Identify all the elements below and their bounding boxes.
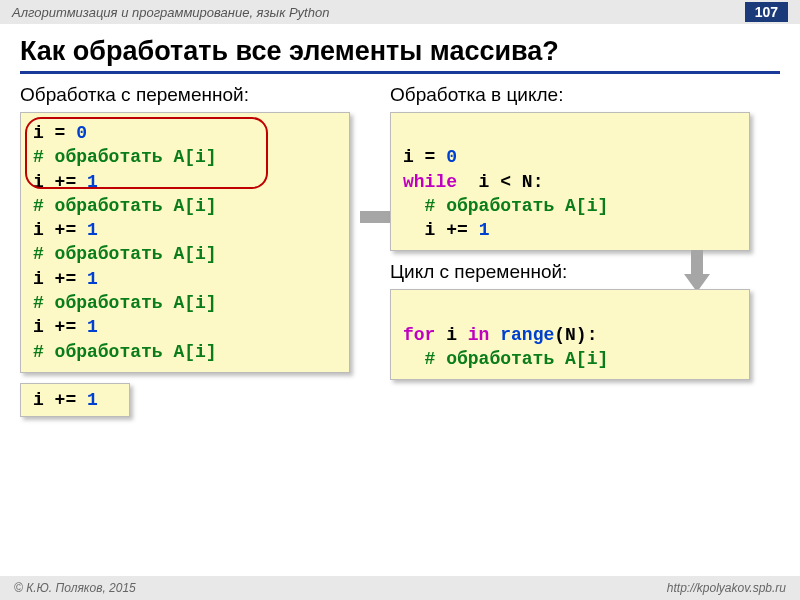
code-text: i = [33, 123, 76, 143]
left-column: Обработка с переменной: i = 0 # обработа… [20, 84, 350, 417]
columns: Обработка с переменной: i = 0 # обработа… [20, 84, 780, 417]
code-tail: i += 1 [20, 383, 130, 417]
code-comment: # обработать A[i] [33, 145, 337, 169]
right-column: Обработка в цикле: i = 0while i < N: # о… [390, 84, 750, 417]
code-text: i < N: [457, 172, 543, 192]
code-literal: 1 [479, 220, 490, 240]
code-comment: # обработать A[i] [403, 347, 737, 371]
arrow-down-icon [684, 250, 710, 292]
code-literal: 0 [76, 123, 87, 143]
topbar: Алгоритмизация и программирование, язык … [0, 0, 800, 24]
code-for: for i in range(N): # обработать A[i] [390, 289, 750, 380]
code-literal: 1 [87, 220, 98, 240]
code-while: i = 0while i < N: # обработать A[i] i +=… [390, 112, 750, 251]
code-comment: # обработать A[i] [33, 194, 337, 218]
code-literal: 1 [87, 172, 98, 192]
breadcrumb: Алгоритмизация и программирование, язык … [12, 5, 329, 20]
footer: © К.Ю. Поляков, 2015 http://kpolyakov.sp… [0, 576, 800, 600]
code-keyword: in [468, 325, 490, 345]
code-text: i += [403, 220, 479, 240]
code-text: i [435, 325, 467, 345]
code-keyword: while [403, 172, 457, 192]
code-keyword: for [403, 325, 435, 345]
code-text: i += [33, 390, 87, 410]
code-literal: 1 [87, 269, 98, 289]
code-literal: 0 [446, 147, 457, 167]
code-comment: # обработать A[i] [33, 340, 337, 364]
slide-title: Как обработать все элементы массива? [20, 36, 780, 74]
code-text: i += [33, 317, 87, 337]
right-heading-1: Обработка в цикле: [390, 84, 750, 106]
code-unrolled: i = 0 # обработать A[i] i += 1 # обработ… [20, 112, 350, 373]
code-text: i += [33, 172, 87, 192]
code-builtin: range [489, 325, 554, 345]
svg-marker-1 [684, 250, 710, 292]
page-number: 107 [745, 2, 788, 22]
code-text: (N): [554, 325, 597, 345]
footer-copyright: © К.Ю. Поляков, 2015 [14, 581, 136, 595]
code-literal: 1 [87, 317, 98, 337]
code-text: i += [33, 220, 87, 240]
slide-content: Как обработать все элементы массива? Обр… [0, 24, 800, 417]
footer-url: http://kpolyakov.spb.ru [667, 581, 786, 595]
code-text: i += [33, 269, 87, 289]
code-comment: # обработать A[i] [403, 194, 737, 218]
left-heading: Обработка с переменной: [20, 84, 350, 106]
code-comment: # обработать A[i] [33, 242, 337, 266]
code-text: i = [403, 147, 446, 167]
code-comment: # обработать A[i] [33, 291, 337, 315]
code-literal: 1 [87, 390, 98, 410]
